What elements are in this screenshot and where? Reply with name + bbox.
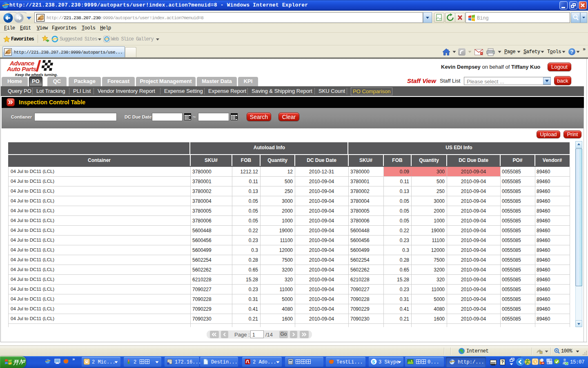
svg-text:Auto Parts: Auto Parts (7, 65, 36, 72)
svg-text:S: S (372, 359, 375, 364)
